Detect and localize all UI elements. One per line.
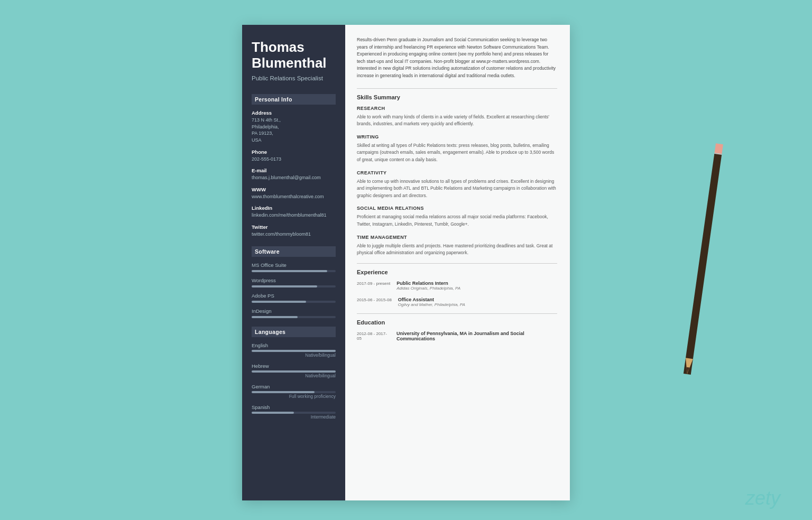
skill-subsection-text: Able to work with many kinds of clients … [357,114,557,128]
language-level: Intermediate [252,414,336,420]
language-bar-bg [252,391,336,393]
skill-subsection-heading: SOCIAL MEDIA RELATIONS [357,206,557,211]
language-level: Native/bilingual [252,352,336,358]
edu-date: 2012-08 - 2017-05 [357,331,390,341]
exp-details: Public Relations InternAdidas Originals,… [396,281,460,291]
exp-title: Public Relations Intern [396,281,460,286]
exp-date: 2017-09 - present [357,281,390,291]
language-bar-fill [252,412,294,414]
resume-document: Thomas Blumenthal Public Relations Speci… [242,25,570,500]
education-heading: Education [357,319,557,326]
candidate-title: Public Relations Specialist [252,75,336,83]
language-name: Spanish [252,404,336,410]
skill-bar-bg [252,285,336,287]
skill-bar-fill [252,301,306,303]
skills-sections: RESEARCHAble to work with many kinds of … [357,106,557,257]
summary-text: Results-driven Penn graduate in Journali… [357,36,557,80]
email-value: thomas.j.blumenthal@gmail.com [252,174,336,181]
skill-bar-fill [252,285,317,287]
address-value: 713 N 4th St.,Philadelphia,PA 19123,USA [252,117,336,143]
exp-date: 2015-06 - 2015-08 [357,297,392,307]
language-bar-fill [252,350,336,352]
skill-subsection-heading: RESEARCH [357,106,557,111]
www-value: www.thomblumenthalcreative.com [252,193,336,200]
exp-title: Office Assistant [398,297,465,302]
skills-list: MS Office SuiteWordpressAdobe PSInDesign [252,262,336,318]
exp-details: Office AssistantOgilvy and Mather, Phila… [398,297,465,307]
education-list: 2012-08 - 2017-05University of Pennsylva… [357,331,557,341]
edu-details: University of Pennsylvania, MA in Journa… [396,331,557,341]
linkedin-value: linkedin.com/me/thomblumenthal81 [252,212,336,219]
linkedin-label: LinkedIn [252,205,336,211]
language-name: English [252,342,336,348]
skills-summary-heading: Skills Summary [357,94,557,100]
skill-subsection-text: Able to come up with innovative solution… [357,178,557,200]
skill-bar-fill [252,316,298,318]
education-row: 2012-08 - 2017-05University of Pennsylva… [357,331,557,341]
skill-bar-fill [252,270,327,272]
language-level: Full working proficiency [252,394,336,399]
skill-bar-bg [252,316,336,318]
twitter-value: twitter.com/thommybloom81 [252,231,336,238]
skill-bar-bg [252,301,336,303]
divider-education [357,313,557,314]
www-label: WWW [252,187,336,192]
languages-section: Languages [252,327,336,337]
language-level: Native/bilingual [252,373,336,378]
language-bar-bg [252,370,336,373]
language-name: German [252,384,336,389]
skill-subsection-text: Proficient at managing social media rela… [357,213,557,228]
languages-list: EnglishNative/bilingualHebrewNative/bili… [252,342,336,420]
language-bar-bg [252,350,336,352]
skill-bar-bg [252,270,336,272]
skill-subsection-heading: TIME MANAGEMENT [357,235,557,240]
skill-name: MS Office Suite [252,262,336,268]
skill-subsection-heading: CREATIVITY [357,170,557,175]
skill-subsection-text: Able to juggle multiple clients and proj… [357,243,557,257]
experience-row: 2017-09 - presentPublic Relations Intern… [357,281,557,291]
experience-heading: Experience [357,269,557,275]
zety-watermark: zety [745,487,780,509]
skill-subsection-heading: WRITING [357,134,557,140]
candidate-name: Thomas Blumenthal [252,40,336,71]
resume-main: Results-driven Penn graduate in Journali… [345,25,570,500]
address-label: Address [252,110,336,116]
language-bar-bg [252,412,336,414]
language-bar-fill [252,391,315,393]
resume-sidebar: Thomas Blumenthal Public Relations Speci… [242,25,345,500]
twitter-label: Twitter [252,224,336,230]
exp-company: Adidas Originals, Philadelphia, PA [396,286,460,291]
skill-subsection-text: Skilled at writing all types of Public R… [357,142,557,164]
divider-experience [357,263,557,264]
experience-row: 2015-06 - 2015-08Office AssistantOgilvy … [357,297,557,307]
experience-list: 2017-09 - presentPublic Relations Intern… [357,281,557,307]
language-name: Hebrew [252,363,336,369]
language-bar-fill [252,370,336,373]
phone-label: Phone [252,149,336,155]
skill-name: InDesign [252,308,336,314]
skill-name: Adobe PS [252,293,336,299]
divider-skills [357,88,557,89]
phone-value: 202-555-0173 [252,156,336,163]
edu-title: University of Pennsylvania, MA in Journa… [396,331,557,341]
skill-name: Wordpress [252,277,336,283]
email-label: E-mail [252,168,336,173]
software-section: Software [252,246,336,257]
personal-info-section: Personal Info [252,94,336,105]
exp-company: Ogilvy and Mather, Philadelphia, PA [398,302,465,307]
